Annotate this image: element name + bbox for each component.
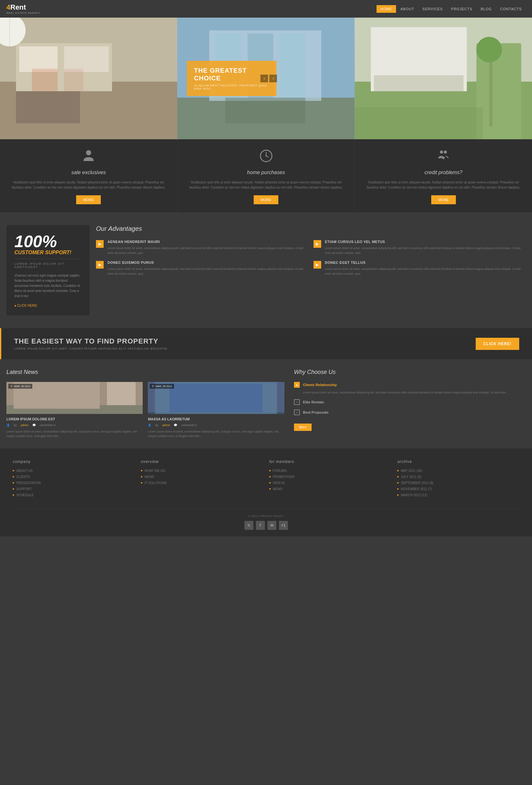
svg-point-25 [86, 150, 91, 155]
hero-prev-button[interactable]: ‹ [260, 75, 268, 82]
footer-mar2012-link[interactable]: MARCH 2012 (13) [397, 493, 519, 497]
footer-promotions-link[interactable]: PROMOTIONS [269, 475, 391, 479]
person-small-icon: 👤 [6, 424, 10, 427]
banner-click-button[interactable]: CLICK HERE! [476, 338, 519, 350]
cs-link[interactable]: CLICK HERE! [15, 304, 82, 307]
latest-news-title: Latest News [6, 369, 284, 376]
footer-jul2011-link[interactable]: JULY 2011 (9) [397, 475, 519, 479]
news-2-meta: 👤 by admin 💬 comments 0 [148, 424, 284, 427]
why-icon-2: + [294, 399, 300, 405]
twitter-icon[interactable]: 𝕏 [244, 521, 254, 530]
why-item-1-header: ● Clients Relationship [294, 382, 526, 388]
header: 4Rent REAL ESTATE AGENCY HOME ABOUT SERV… [0, 0, 532, 18]
news-2-author[interactable]: admin [162, 424, 170, 427]
feature-3-text: Vestibulum quis felis ut enim aliquam ia… [364, 180, 523, 190]
footer-it-link[interactable]: IT SOLUTIONS [141, 481, 263, 485]
svg-rect-23 [489, 62, 492, 126]
person-icon [9, 149, 168, 166]
svg-point-29 [266, 155, 267, 156]
footer-support-link[interactable]: SUPPORT [13, 487, 135, 491]
feature-2-more-button[interactable]: More [254, 195, 278, 204]
footer-nov2011-link[interactable]: NOVEMBER 2011 (7) [397, 487, 519, 491]
news-1-date: ⏱ MAR, 30 2012 [8, 384, 32, 389]
nav-blog[interactable]: BLOG [477, 5, 496, 13]
footer-members-title: for members [269, 459, 391, 464]
footer-forums-link[interactable]: FORUMS [269, 469, 391, 473]
feature-1-more-button[interactable]: More [76, 195, 101, 204]
hero-next-button[interactable]: › [269, 75, 277, 82]
svg-rect-16 [225, 98, 305, 123]
nav-home[interactable]: HOME [376, 5, 396, 13]
hero-subtitle: ALIQUAM ERAT VOLUTPAT. PRAESENT QUIS NIB… [194, 84, 269, 90]
logo-tagline: REAL ESTATE AGENCY [6, 11, 40, 15]
footer-whatwedo-link[interactable]: WHAT WE DO [141, 469, 263, 473]
footer-may2011-link[interactable]: MAY 2011 (26) [397, 469, 519, 473]
feature-3-more-button[interactable]: More [431, 195, 456, 204]
footer-columns: company ABOUT US CLIENTS PRESENTATION SU… [13, 459, 519, 500]
footer-members: for members FORUMS PROMOTIONS SIGN IN NE… [269, 459, 391, 500]
news-card-2: ⏱ MAR, 30 2012 MASSA AS LAORRETUM 👤 by a… [148, 382, 284, 438]
footer-overview-title: overview [141, 459, 263, 464]
feature-1-title: sale exclusives [9, 170, 168, 175]
nav-about[interactable]: ABOUT [397, 5, 418, 13]
why-item-3-title[interactable]: Best Proposals [303, 410, 328, 414]
news-1-author[interactable]: admin [21, 424, 29, 427]
customer-support-box: 100% CUSTOMER SUPPORT! LOREM IPSUM DOLOR… [6, 225, 89, 315]
googleplus-icon[interactable]: +1 [279, 521, 288, 530]
footer-company-title: company [13, 459, 135, 464]
adv-arrow-4: ▶ [314, 261, 321, 269]
footer-overview: overview WHAT WE DO NEWS IT SOLUTIONS [141, 459, 263, 500]
nav-services[interactable]: SERVICES [419, 5, 447, 13]
banner-title: THE EASIEST WAY TO FIND PROPERTY [14, 337, 168, 346]
advantages-content: Our Advantages ▶ AENEAN HENDRERIT MAURI … [96, 225, 526, 315]
adv-arrow-1: ▶ [96, 240, 104, 248]
svg-point-30 [440, 150, 443, 154]
why-item-1-text: Lorem ipsum dolor sit amet, consectetuer… [303, 390, 526, 395]
adv-2-title: ETIAM CURSUS LEO VEL METUS [325, 239, 526, 244]
why-item-3: + Best Proposals [294, 409, 526, 415]
footer-signin-link[interactable]: SIGN IN [269, 481, 391, 485]
adv-4-title: DONEC EGET TELLUS [325, 260, 526, 265]
news-image-2: ⏱ MAR, 30 2012 [148, 382, 284, 414]
svg-rect-20 [374, 75, 463, 91]
footer-sep2011-link[interactable]: SEPTEMBER 2011 (8) [397, 481, 519, 485]
news-2-title: MASSA AS LAORRETUM [148, 417, 284, 421]
footer-archive: archive MAY 2011 (26) JULY 2011 (9) SEPT… [397, 459, 519, 500]
nav-contacts[interactable]: CONTACTS [496, 5, 526, 13]
svg-rect-7 [64, 69, 83, 91]
news-1-title: LOREM IPSUM DOLORE EST [6, 417, 143, 421]
footer-clients-link[interactable]: CLIENTS [13, 475, 135, 479]
news-2-comments: comments 0 [181, 424, 197, 427]
hero-title: THE GREATEST CHOICE [194, 67, 269, 82]
hero-image-2: THE GREATEST CHOICE ALIQUAM ERAT VOLUTPA… [177, 18, 354, 139]
footer-about-link[interactable]: ABOUT US [13, 469, 135, 473]
why-item-2-title[interactable]: Elite Rentals [303, 400, 324, 404]
footer-news-link[interactable]: NEWS [141, 475, 263, 479]
nav-projects[interactable]: PROJECTS [447, 5, 476, 13]
hero-images: THE GREATEST CHOICE ALIQUAM ERAT VOLUTPA… [0, 18, 532, 139]
facebook-icon[interactable]: f [256, 521, 265, 530]
hero-arrows: ‹ › [260, 75, 277, 82]
footer-presentation-link[interactable]: PRESENTATION [13, 481, 135, 485]
adv-1-text: Lorem ipsum dolor sit amet, consectetuer… [107, 246, 309, 255]
why-item-1: ● Clients Relationship Lorem ipsum dolor… [294, 382, 526, 395]
adv-1-title: AENEAN HENDRERIT MAURI [107, 239, 309, 244]
feature-3-title: credit problems? [364, 170, 523, 175]
footer: company ABOUT US CLIENTS PRESENTATION SU… [0, 448, 532, 536]
svg-rect-6 [32, 69, 58, 91]
footer-company: company ABOUT US CLIENTS PRESENTATION SU… [13, 459, 135, 500]
why-more-button[interactable]: More [294, 424, 312, 431]
email-icon[interactable]: ✉ [267, 521, 276, 530]
feature-2-title: home purchases [187, 170, 345, 175]
footer-schedule-link[interactable]: SCHEDULE [13, 493, 135, 497]
cs-label: CUSTOMER SUPPORT! [15, 250, 82, 259]
footer-members-news-link[interactable]: NEWS [269, 487, 391, 491]
main-nav: HOME ABOUT SERVICES PROJECTS BLOG CONTAC… [376, 5, 526, 13]
svg-point-31 [444, 150, 447, 154]
news-1-text: Lorem ipsum dolor sit amet, consectetuer… [6, 429, 143, 438]
why-item-1-title[interactable]: Clients Relationship [303, 383, 337, 387]
feature-2-text: Vestibulum quis felis ut enim aliquam ia… [187, 180, 345, 190]
adv-3-content: DONEC EUISMOD PURUS Lorem ipsum dolor si… [107, 260, 309, 276]
advantages-section: 100% CUSTOMER SUPPORT! LOREM IPSUM DOLOR… [0, 212, 532, 328]
logo-word: Rent [10, 3, 26, 11]
